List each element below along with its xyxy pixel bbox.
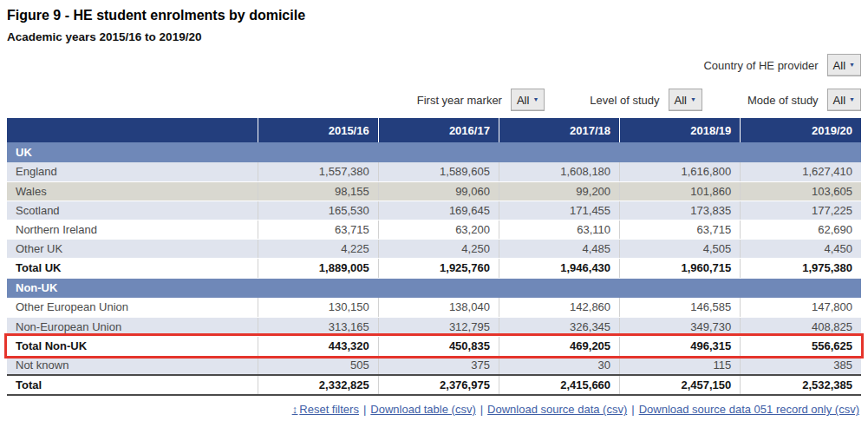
row-label: Scotland [7, 201, 258, 220]
table-row-wales: Wales98,15599,06099,200101,860103,605 [7, 181, 861, 201]
figure-subtitle: Academic years 2015/16 to 2019/20 [7, 30, 861, 43]
first-year-filter-dropdown[interactable]: All ▼ [511, 89, 545, 111]
cell-value: 169,645 [378, 201, 499, 220]
cell-value: 385 [741, 356, 861, 375]
cell-value: 4,505 [620, 239, 741, 258]
cell-value: 4,250 [378, 239, 499, 258]
level-filter-value: All [675, 94, 687, 107]
country-filter-dropdown[interactable]: All ▼ [827, 54, 861, 76]
row-label: Total Non-UK [7, 336, 258, 356]
cell-value: 177,225 [741, 201, 861, 220]
row-label: Northern Ireland [7, 220, 258, 239]
cell-value: 142,860 [499, 298, 619, 317]
country-filter-value: All [833, 59, 845, 72]
cell-value: 99,060 [378, 181, 499, 201]
mode-filter-label: Mode of study [747, 94, 819, 107]
cell-value: 408,825 [741, 317, 861, 336]
link-separator: | [631, 403, 634, 416]
filter-group-mode: Mode of study All ▼ [747, 89, 861, 111]
first-year-filter-value: All [517, 94, 529, 107]
row-label: Non-European Union [7, 317, 258, 336]
cell-value: 2,415,660 [499, 375, 619, 395]
section-row-non-uk: Non-UK [7, 278, 861, 298]
table-header-row: 2015/16 2016/17 2017/18 2018/19 2019/20 [7, 118, 861, 142]
cell-value: 171,455 [499, 201, 619, 220]
cell-value: 1,616,800 [620, 162, 741, 181]
cell-value: 101,860 [620, 181, 741, 201]
cell-value: 313,165 [258, 317, 378, 336]
cell-value: 1,889,005 [258, 258, 378, 278]
cell-value: 326,345 [499, 317, 619, 336]
reset-filters-link[interactable]: ↕Reset filters [292, 403, 359, 416]
cell-value: 349,730 [620, 317, 741, 336]
chevron-down-icon: ▼ [849, 62, 855, 68]
cell-value: 63,715 [620, 220, 741, 239]
figure-title: Figure 9 - HE student enrolments by domi… [7, 7, 861, 24]
cell-value: 450,835 [378, 336, 499, 356]
table-row-non-european-union: Non-European Union313,165312,795326,3453… [7, 317, 861, 336]
cell-value: 147,800 [741, 298, 861, 317]
cell-value: 2,532,385 [741, 375, 861, 395]
cell-value: 165,530 [258, 201, 378, 220]
cell-value: 312,795 [378, 317, 499, 336]
header-year: 2015/16 [258, 118, 378, 142]
header-year: 2016/17 [378, 118, 499, 142]
filter-row-secondary: First year marker All ▼ Level of study A… [7, 89, 861, 111]
filter-group-country: Country of HE provider All ▼ [703, 54, 861, 76]
cell-value: 173,835 [620, 201, 741, 220]
filter-row-country: Country of HE provider All ▼ [7, 54, 861, 76]
cell-value: 2,332,825 [258, 375, 378, 395]
table-row-not-known: Not known50537530115385 [7, 356, 861, 375]
cell-value: 62,690 [741, 220, 861, 239]
download-source-data-051-link[interactable]: Download source data 051 record only (cs… [639, 403, 859, 416]
enrolments-table: 2015/16 2016/17 2017/18 2018/19 2019/20 … [7, 118, 861, 396]
cell-value: 469,205 [499, 336, 619, 356]
cell-value: 63,200 [378, 220, 499, 239]
filter-group-first-year: First year marker All ▼ [417, 89, 545, 111]
chevron-down-icon: ▼ [849, 96, 855, 102]
chevron-down-icon: ▼ [690, 96, 696, 102]
header-year: 2017/18 [499, 118, 619, 142]
cell-value: 138,040 [378, 298, 499, 317]
cell-value: 556,625 [741, 336, 861, 356]
cell-value: 505 [258, 356, 378, 375]
cell-value: 2,376,975 [378, 375, 499, 395]
header-year: 2018/19 [620, 118, 741, 142]
header-year: 2019/20 [741, 118, 861, 142]
cell-value: 1,608,180 [499, 162, 619, 181]
cell-value: 375 [378, 356, 499, 375]
row-label: Total UK [7, 258, 258, 278]
row-label: Wales [7, 181, 258, 201]
table-row-england: England1,557,3801,589,6051,608,1801,616,… [7, 162, 861, 181]
cell-value: 130,150 [258, 298, 378, 317]
mode-filter-value: All [833, 94, 845, 107]
filter-group-level: Level of study All ▼ [590, 89, 702, 111]
download-table-link[interactable]: Download table (csv) [370, 403, 475, 416]
row-label: Other UK [7, 239, 258, 258]
cell-value: 63,110 [499, 220, 619, 239]
figure-page: Figure 9 - HE student enrolments by domi… [0, 0, 868, 416]
row-label: England [7, 162, 258, 181]
cell-value: 1,925,760 [378, 258, 499, 278]
reset-filters-icon: ↕ [292, 403, 298, 416]
table-row-scotland: Scotland165,530169,645171,455173,835177,… [7, 201, 861, 220]
cell-value: 115 [620, 356, 741, 375]
table-row-other-uk: Other UK4,2254,2504,4854,5054,450 [7, 239, 861, 258]
first-year-filter-label: First year marker [417, 94, 502, 107]
level-filter-label: Level of study [590, 94, 659, 107]
row-label: Other European Union [7, 298, 258, 317]
row-label: Not known [7, 356, 258, 375]
level-filter-dropdown[interactable]: All ▼ [669, 89, 702, 111]
table-footer-links: ↕Reset filters|Download table (csv)|Down… [7, 403, 861, 416]
cell-value: 99,200 [499, 181, 619, 201]
cell-value: 1,627,410 [741, 162, 861, 181]
country-filter-label: Country of HE provider [703, 59, 818, 72]
section-row-uk: UK [7, 142, 861, 162]
cell-value: 63,715 [258, 220, 378, 239]
download-source-data-link[interactable]: Download source data (csv) [487, 403, 627, 416]
table-row-total-uk: Total UK1,889,0051,925,7601,946,4301,960… [7, 258, 861, 278]
mode-filter-dropdown[interactable]: All ▼ [827, 89, 861, 111]
table-row-other-european-union: Other European Union130,150138,040142,86… [7, 298, 861, 317]
section-label: Non-UK [7, 278, 861, 298]
table-row-total: Total2,332,8252,376,9752,415,6602,457,15… [7, 375, 861, 395]
